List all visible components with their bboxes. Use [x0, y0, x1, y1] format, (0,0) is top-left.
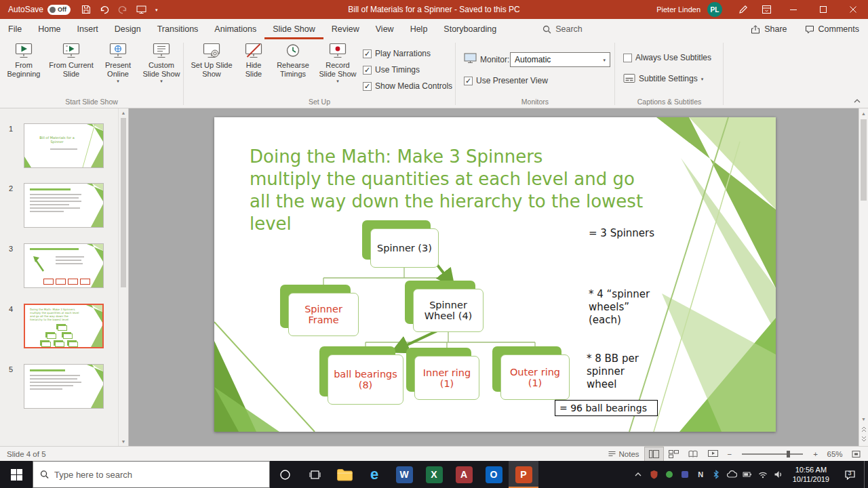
teams-tray-button[interactable] [677, 461, 693, 488]
ribbon-display-options-button[interactable] [755, 0, 778, 19]
zoom-out-button[interactable]: − [723, 447, 737, 462]
edge-button[interactable]: e [359, 461, 389, 488]
reading-view-button[interactable] [684, 447, 703, 462]
action-center-button[interactable]: 3 [835, 461, 864, 488]
scrollbar-thumb[interactable] [121, 118, 126, 287]
node-inner-ring[interactable]: Inner ring (1) [406, 348, 471, 392]
slide-title[interactable]: Doing the Math: Make 3 Spinners multiply… [250, 146, 643, 235]
battery-tray-button[interactable] [740, 461, 755, 488]
share-button[interactable]: Share [742, 19, 795, 39]
slide-canvas[interactable]: Doing the Math: Make 3 Spinners multiply… [214, 117, 776, 432]
start-slideshow-icon[interactable] [136, 5, 146, 14]
zoom-slider[interactable] [742, 453, 803, 455]
status-tray-button[interactable] [662, 461, 677, 488]
tab-insert[interactable]: Insert [69, 19, 106, 39]
thumbnail-slide-2[interactable] [24, 183, 104, 228]
slide-show-view-button[interactable] [703, 447, 723, 462]
zoom-slider-thumb[interactable] [787, 451, 790, 458]
subtitle-settings-button[interactable]: Subtitle Settings ▾ [623, 73, 703, 83]
tab-help[interactable]: Help [402, 19, 436, 39]
comments-button[interactable]: Comments [796, 19, 868, 39]
word-button[interactable]: W [389, 461, 419, 488]
maximize-button[interactable] [808, 0, 838, 19]
annotation-4-spinner-wheels[interactable]: * 4 “spinner wheels” (each) [589, 288, 660, 326]
set-up-slide-show-button[interactable]: Set Up Slide Show [191, 43, 233, 78]
annotation-8-bb-per-wheel[interactable]: * 8 BB per spinner wheel [587, 352, 649, 390]
use-timings-checkbox[interactable]: Use Timings [363, 65, 420, 75]
zoom-level[interactable]: 65% [823, 450, 847, 458]
previous-slide-button[interactable] [859, 426, 868, 432]
from-beginning-button[interactable]: From Beginning [4, 43, 43, 78]
customize-qat-chevron-icon[interactable]: ▾ [155, 7, 158, 12]
annotation-3-spinners[interactable]: = 3 Spinners [589, 227, 654, 240]
thumbnail-slide-4-selected[interactable]: Doing the Math: Make 3 Spinners multiply… [24, 304, 104, 348]
volume-tray-button[interactable] [771, 461, 787, 488]
cortana-button[interactable] [270, 461, 300, 488]
onedrive-tray-button[interactable] [724, 461, 740, 488]
normal-view-button[interactable] [644, 447, 664, 462]
excel-button[interactable]: X [419, 461, 449, 488]
node-ball-bearings[interactable]: ball bearings (8) [319, 346, 395, 396]
collapse-ribbon-button[interactable] [853, 98, 861, 104]
search-box[interactable]: Search [542, 19, 583, 39]
thumbnail-slide-3[interactable] [24, 243, 104, 288]
tab-review[interactable]: Review [323, 19, 368, 39]
save-icon[interactable] [81, 5, 91, 14]
hide-slide-button[interactable]: Hide Slide [238, 43, 269, 78]
show-desktop-button[interactable] [864, 461, 868, 488]
avatar[interactable]: PL [707, 2, 722, 17]
taskbar-clock[interactable]: 10:56 AM 10/11/2019 [787, 461, 835, 488]
tab-slide-show[interactable]: Slide Show [264, 19, 323, 39]
thumbnail-scrollbar[interactable]: ▲ ▼ [118, 108, 128, 446]
outlook-button[interactable]: O [479, 461, 509, 488]
play-narrations-checkbox[interactable]: Play Narrations [363, 49, 431, 58]
zoom-in-button[interactable]: + [808, 447, 823, 462]
show-media-controls-checkbox[interactable]: Show Media Controls [363, 81, 452, 91]
onenote-tray-button[interactable]: N [693, 461, 709, 488]
access-button[interactable]: A [449, 461, 479, 488]
record-slide-show-button[interactable]: Record Slide Show ▾ [317, 43, 359, 83]
node-spinner-wheel[interactable]: Spinner Wheel (4) [405, 281, 475, 324]
custom-slide-show-button[interactable]: Custom Slide Show ▾ [140, 43, 183, 83]
powerpoint-button-active[interactable]: P [509, 461, 538, 488]
file-explorer-button[interactable] [330, 461, 359, 488]
scrollbar-thumb[interactable] [861, 119, 867, 201]
slide-sorter-view-button[interactable] [664, 447, 684, 462]
taskbar-search[interactable] [33, 461, 270, 488]
use-presenter-view-checkbox[interactable]: Use Presenter View [464, 76, 548, 85]
scroll-up-icon[interactable]: ▲ [859, 111, 868, 116]
thumbnail-slide-5[interactable] [24, 364, 104, 409]
start-button[interactable] [0, 461, 33, 488]
scroll-down-icon[interactable]: ▼ [859, 417, 868, 422]
autosave-switch[interactable]: Off [47, 5, 71, 15]
close-button[interactable] [838, 0, 868, 19]
bluetooth-tray-button[interactable] [709, 461, 724, 488]
scroll-up-icon[interactable]: ▲ [119, 110, 128, 115]
security-tray-button[interactable] [646, 461, 662, 488]
from-current-slide-button[interactable]: From Current Slide [46, 43, 96, 78]
main-scrollbar[interactable]: ▲ ▼ [859, 108, 868, 446]
annotation-96-ball-bearings[interactable]: = 96 ball bearings [555, 400, 658, 416]
tab-view[interactable]: View [368, 19, 402, 39]
hidden-icons-button[interactable] [631, 461, 646, 488]
next-slide-button[interactable] [859, 436, 868, 443]
thumbnail-slide-1[interactable]: Bill of Materials for a Spinner [24, 123, 104, 168]
autosave-toggle[interactable]: AutoSave Off [0, 5, 76, 15]
editing-mode-button[interactable] [732, 0, 755, 19]
redo-icon[interactable] [118, 5, 127, 14]
fit-slide-to-window-button[interactable] [847, 447, 865, 462]
scroll-down-icon[interactable]: ▼ [119, 439, 128, 444]
node-outer-ring[interactable]: Outer ring (1) [492, 346, 561, 392]
present-online-button[interactable]: Present Online ▾ [99, 43, 137, 83]
search-input[interactable] [54, 470, 262, 480]
undo-icon[interactable] [100, 5, 109, 14]
network-tray-button[interactable] [755, 461, 771, 488]
node-spinner-frame[interactable]: Spinner Frame [280, 285, 351, 328]
rehearse-timings-button[interactable]: Rehearse Timings [273, 43, 313, 78]
tab-animations[interactable]: Animations [206, 19, 264, 39]
tab-transitions[interactable]: Transitions [149, 19, 207, 39]
tab-design[interactable]: Design [106, 19, 149, 39]
notes-button[interactable]: Notes [603, 447, 644, 462]
always-use-subtitles-checkbox[interactable]: Always Use Subtitles [623, 53, 711, 62]
tab-file[interactable]: File [0, 19, 30, 39]
